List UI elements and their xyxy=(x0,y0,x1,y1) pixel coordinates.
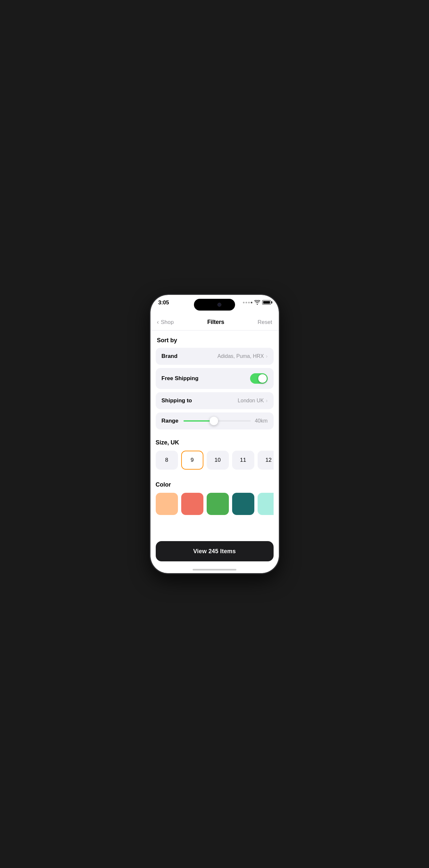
view-items-button[interactable]: View 245 Items xyxy=(156,541,274,561)
color-swatch-green[interactable] xyxy=(207,493,229,515)
size-chip-9[interactable]: 9 xyxy=(181,451,204,470)
front-camera xyxy=(217,303,221,307)
battery-icon xyxy=(262,300,271,305)
range-label: Range xyxy=(162,418,179,424)
brand-value: Adidas, Puma, HRX › xyxy=(217,353,268,359)
view-items-label: View 245 Items xyxy=(193,548,236,555)
sort-by-label: Sort by xyxy=(151,331,279,348)
free-shipping-label: Free Shipping xyxy=(162,375,198,382)
brand-chevron-icon: › xyxy=(266,353,267,359)
brand-value-text: Adidas, Puma, HRX xyxy=(217,353,264,359)
color-grid xyxy=(156,493,274,516)
size-chip-8[interactable]: 8 xyxy=(156,451,178,470)
color-label: Color xyxy=(156,480,274,493)
wifi-icon xyxy=(254,300,260,305)
range-slider-container: 40km xyxy=(183,418,267,424)
brand-label: Brand xyxy=(162,353,178,360)
back-button[interactable]: ‹ Shop xyxy=(157,319,174,326)
size-section: Size, UK 8 9 10 11 12 13 xyxy=(151,433,279,475)
bottom-bar: View 245 Items xyxy=(151,537,279,573)
nav-header: ‹ Shop Filters Reset xyxy=(151,314,279,331)
color-swatch-mint[interactable] xyxy=(257,493,274,515)
color-swatch-peach[interactable] xyxy=(156,493,178,515)
size-chip-11[interactable]: 11 xyxy=(232,451,254,470)
status-icons xyxy=(243,300,271,305)
shipping-to-value: London UK › xyxy=(238,398,267,404)
size-chip-12[interactable]: 12 xyxy=(257,451,274,470)
home-indicator xyxy=(193,569,236,570)
page-title: Filters xyxy=(207,319,224,326)
size-chip-10[interactable]: 10 xyxy=(207,451,229,470)
content-area: Sort by Brand Adidas, Puma, HRX › Free S… xyxy=(151,331,279,573)
reset-button[interactable]: Reset xyxy=(257,319,272,326)
phone-frame: 3:05 xyxy=(151,295,279,573)
shipping-to-value-text: London UK xyxy=(238,398,264,404)
size-grid: 8 9 10 11 12 13 xyxy=(156,451,274,471)
back-label: Shop xyxy=(161,319,174,326)
brand-filter-row[interactable]: Brand Adidas, Puma, HRX › xyxy=(156,348,274,365)
slider-thumb[interactable] xyxy=(210,417,218,425)
back-chevron-icon: ‹ xyxy=(157,319,159,326)
toggle-knob xyxy=(258,374,267,383)
slider-track[interactable] xyxy=(183,420,251,422)
dynamic-island xyxy=(194,299,235,311)
status-time: 3:05 xyxy=(158,300,169,306)
color-section: Color xyxy=(151,475,279,520)
color-swatch-coral[interactable] xyxy=(181,493,204,515)
screen: 3:05 xyxy=(151,295,279,573)
range-value: 40km xyxy=(255,418,267,424)
size-label: Size, UK xyxy=(156,438,274,451)
shipping-to-filter-row[interactable]: Shipping to London UK › xyxy=(156,392,274,409)
range-filter-row[interactable]: Range 40km xyxy=(156,412,274,429)
color-swatch-teal[interactable] xyxy=(232,493,254,515)
shipping-chevron-icon: › xyxy=(266,398,267,404)
signal-icon xyxy=(243,302,252,303)
free-shipping-toggle[interactable] xyxy=(250,373,268,384)
shipping-to-label: Shipping to xyxy=(162,397,192,404)
free-shipping-filter-row[interactable]: Free Shipping xyxy=(156,368,274,389)
